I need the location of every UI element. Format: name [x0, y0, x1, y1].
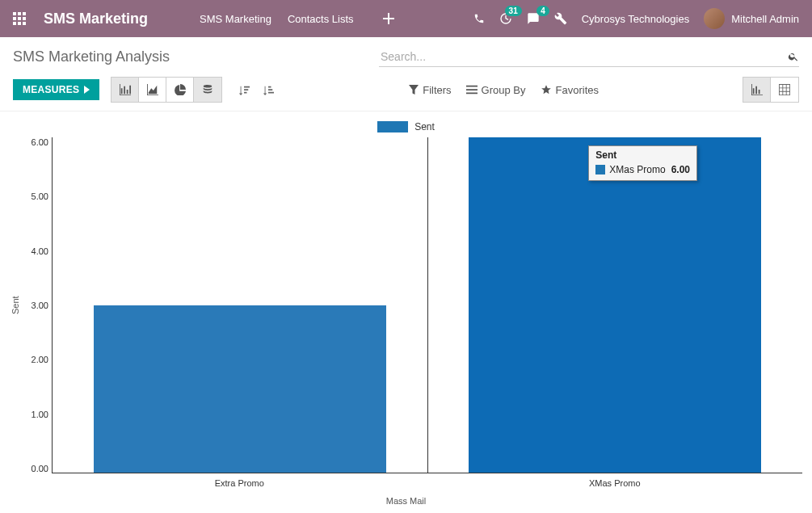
avatar	[704, 8, 725, 29]
svg-point-9	[204, 85, 212, 88]
star-icon	[541, 84, 552, 95]
legend[interactable]: Sent	[10, 121, 802, 132]
pivot-view-icon[interactable]	[771, 78, 798, 102]
x-axis-label: Mass Mail	[10, 496, 802, 506]
phone-icon[interactable]	[473, 13, 485, 24]
activity-icon[interactable]: 31	[499, 12, 512, 25]
pie-chart-icon[interactable]	[166, 78, 194, 102]
tooltip-swatch	[595, 165, 605, 175]
svg-rect-2	[23, 12, 26, 15]
tooltip-value: 6.00	[671, 164, 690, 175]
plot: Sent XMas Promo 6.00	[52, 137, 802, 473]
search-input[interactable]	[379, 47, 783, 66]
line-chart-icon[interactable]	[139, 78, 166, 102]
search-container	[379, 47, 799, 67]
measures-label: MEASURES	[23, 84, 79, 95]
graph-view-icon[interactable]	[743, 78, 771, 102]
legend-swatch	[377, 121, 408, 132]
plot-segment-1: Sent XMas Promo 6.00	[428, 137, 803, 473]
svg-rect-6	[13, 22, 16, 25]
bar-xmas-promo[interactable]	[469, 137, 761, 473]
messages-icon[interactable]: 4	[527, 12, 540, 25]
sort-asc-icon[interactable]	[256, 78, 280, 102]
nav-contacts-lists[interactable]: Contacts Lists	[288, 13, 354, 25]
tooltip: Sent XMas Promo 6.00	[588, 145, 697, 181]
filter-icon	[409, 85, 419, 95]
measures-button[interactable]: MEASURES	[13, 79, 99, 100]
view-switch	[743, 77, 799, 103]
tooltip-title: Sent	[589, 146, 696, 162]
svg-rect-3	[13, 17, 16, 20]
user-menu[interactable]: Mitchell Admin	[704, 8, 799, 29]
svg-rect-8	[23, 22, 26, 25]
bar-chart-icon[interactable]	[111, 78, 139, 102]
y-axis-label: Sent	[10, 137, 21, 473]
search-icon[interactable]	[788, 51, 799, 62]
app-brand[interactable]: SMS Marketing	[44, 11, 148, 27]
nav-sms-marketing[interactable]: SMS Marketing	[200, 13, 271, 25]
navbar: SMS Marketing SMS Marketing Contacts Lis…	[0, 0, 812, 37]
tooltip-label: XMas Promo	[609, 164, 665, 175]
user-name: Mitchell Admin	[731, 13, 799, 25]
apps-icon[interactable]	[13, 12, 26, 25]
y-ticks: 6.00 5.00 4.00 3.00 2.00 1.00 0.00	[21, 137, 52, 473]
legend-label: Sent	[414, 121, 435, 132]
svg-rect-7	[18, 22, 21, 25]
sort-group	[232, 78, 280, 102]
chart-area: Sent Sent 6.00 5.00 4.00 3.00 2.00 1.00 …	[0, 115, 812, 512]
svg-rect-1	[18, 12, 21, 15]
company-selector[interactable]: Cybrosys Technologies	[582, 13, 689, 25]
divider	[0, 111, 812, 111]
favorites-button[interactable]: Favorites	[541, 84, 599, 96]
svg-rect-5	[23, 17, 26, 20]
plot-segment-0	[53, 137, 428, 473]
svg-rect-0	[13, 12, 16, 15]
messages-badge: 4	[536, 6, 549, 16]
chart-type-group	[111, 77, 222, 103]
sort-desc-icon[interactable]	[232, 78, 256, 102]
plus-icon[interactable]	[383, 13, 394, 24]
toolbar: MEASURES Filters Group By	[0, 72, 812, 111]
svg-rect-4	[18, 17, 21, 20]
stack-icon[interactable]	[194, 78, 221, 102]
filters-button[interactable]: Filters	[409, 84, 451, 96]
breadcrumb-row: SMS Marketing Analysis	[0, 37, 812, 72]
x-ticks: Extra Promo XMas Promo	[52, 478, 802, 488]
activity-badge: 31	[505, 6, 522, 16]
tools-icon[interactable]	[554, 12, 567, 25]
groupby-button[interactable]: Group By	[466, 84, 526, 96]
list-icon	[466, 85, 478, 95]
bar-extra-promo[interactable]	[94, 305, 386, 473]
page-title: SMS Marketing Analysis	[13, 48, 170, 65]
